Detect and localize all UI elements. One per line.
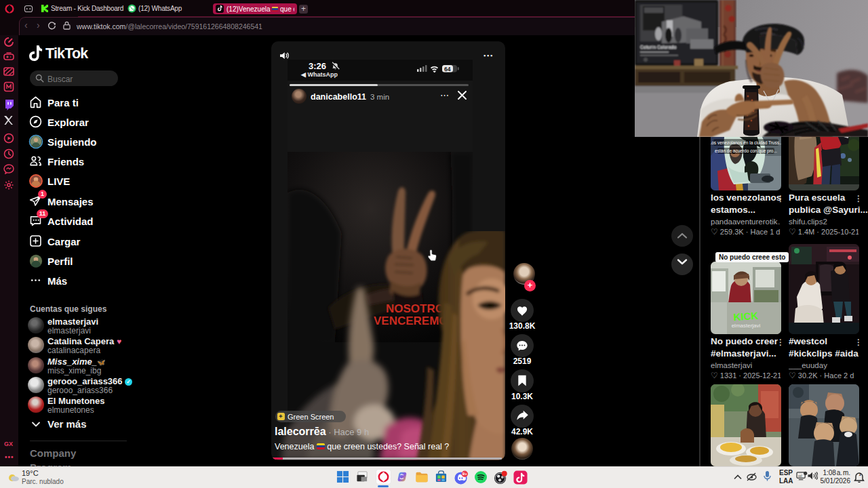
svg-text:Los venezolanos en la ciudad T: Los venezolanos en la ciudad Truss... xyxy=(711,140,781,145)
svg-text:xxl: xxl xyxy=(798,474,802,478)
svg-text:elmasterjavi: elmasterjavi xyxy=(732,323,761,329)
svg-text:9+: 9+ xyxy=(462,471,467,476)
svg-text:KICK: KICK xyxy=(733,310,759,323)
svg-text:Coturin Colorado: Coturin Colorado xyxy=(640,45,676,49)
svg-text:64: 64 xyxy=(444,66,451,73)
svg-text:están de acuerdo con que pro..: están de acuerdo con que pro... xyxy=(715,148,777,154)
svg-text:z: z xyxy=(859,472,861,476)
